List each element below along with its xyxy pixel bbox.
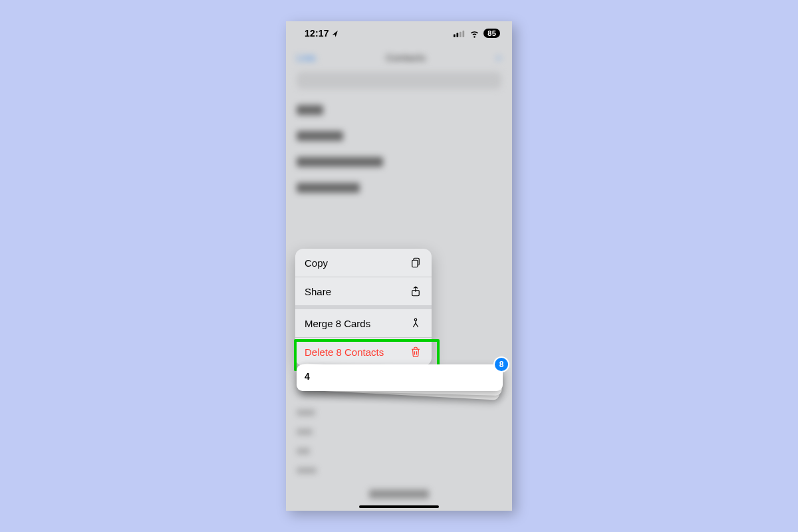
nav-title: Contacts [386,53,426,63]
svg-rect-3 [463,31,465,37]
menu-item-merge[interactable]: Merge 8 Cards [295,305,432,337]
battery-pct: 85 [487,29,496,37]
search-bar [297,72,501,89]
wifi-icon [469,29,479,39]
svg-rect-0 [454,34,456,37]
status-bar: 12:17 85 [286,21,512,43]
blur-row [297,448,310,454]
location-icon [332,29,340,37]
blur-row [297,429,313,435]
phone-screenshot: 12:17 85 Lists Contacts + [286,21,512,511]
menu-item-copy[interactable]: Copy [295,249,432,277]
merge-icon [409,317,422,329]
copy-icon [409,257,422,269]
cellular-icon [454,30,466,37]
blur-footer [369,489,429,499]
menu-item-label: Delete 8 Contacts [305,346,384,358]
menu-item-delete[interactable]: Delete 8 Contacts [295,337,432,366]
blur-row [297,157,383,167]
trash-icon [409,346,422,358]
menu-item-label: Copy [305,257,328,269]
menu-item-label: Merge 8 Cards [305,318,370,329]
context-menu: Copy Share Merge 8 Cards [295,249,432,366]
blur-row [297,183,360,193]
menu-item-label: Share [305,286,331,297]
blur-row [297,410,315,416]
menu-item-share[interactable]: Share [295,277,432,305]
svg-rect-2 [460,31,462,37]
status-time: 12:17 [305,28,329,39]
nav-add: + [496,53,501,63]
svg-rect-1 [457,33,459,37]
share-icon [409,285,422,297]
nav-back: Lists [297,53,316,63]
blur-row [297,131,343,141]
status-bar-left: 12:17 [305,28,340,39]
blur-row [297,467,317,473]
status-bar-right: 85 [454,29,500,39]
svg-rect-5 [412,260,418,267]
home-indicator [359,505,439,508]
svg-point-7 [414,319,416,321]
blur-row [297,105,323,115]
battery-indicator: 85 [483,29,500,38]
